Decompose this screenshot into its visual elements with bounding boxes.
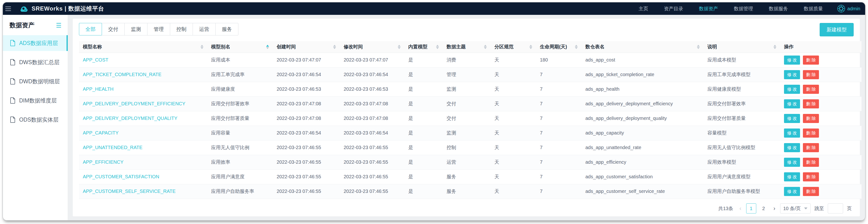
edit-button[interactable]: 修 改: [784, 187, 800, 196]
sort-icon[interactable]: [266, 45, 269, 49]
sort-icon[interactable]: [575, 45, 578, 49]
model-name-link[interactable]: APP_TICKET_COMPLETION_RATE: [83, 72, 161, 77]
cell-modified: 2022-03-23 07:46:55: [340, 140, 404, 155]
column-header-数仓表名[interactable]: 数仓表名: [582, 41, 704, 53]
topnav-item-数据资产[interactable]: 数据资产: [699, 5, 718, 12]
cell-alias: 应用容量: [207, 126, 273, 140]
hamburger-menu-icon[interactable]: [5, 6, 13, 11]
cell-description: 应用工单完成率模型: [704, 67, 780, 82]
sort-icon[interactable]: [484, 45, 487, 49]
delete-button[interactable]: 删 除: [803, 114, 819, 123]
model-name-link[interactable]: APP_CUSTOMER_SATISFACTION: [83, 174, 159, 179]
column-header-生命周期(天)[interactable]: 生命周期(天): [536, 41, 582, 53]
edit-button[interactable]: 修 改: [784, 114, 800, 123]
column-header-说明[interactable]: 说明: [704, 41, 780, 53]
delete-button[interactable]: 删 除: [803, 70, 819, 79]
cell-partition: 天: [491, 53, 536, 67]
sidebar-item-DWS数据汇总层[interactable]: DWS数据汇总层: [3, 54, 68, 70]
cell-partition: 天: [491, 184, 536, 199]
pagination-page-2[interactable]: 2: [758, 203, 769, 214]
pagination: 共13条 ‹ 12 › 10 条/页 跳至 页: [79, 203, 854, 214]
column-header-内置模型[interactable]: 内置模型: [404, 41, 443, 53]
page-size-select[interactable]: 10 条/页: [780, 203, 811, 214]
cell-name: APP_CUSTOMER_SATISFACTION: [79, 169, 207, 184]
cell-description: 应用效率模型: [704, 155, 780, 169]
sort-icon[interactable]: [529, 45, 532, 49]
tab-全部[interactable]: 全部: [79, 23, 102, 35]
model-name-link[interactable]: APP_CAPACITY: [83, 130, 119, 135]
sort-icon[interactable]: [398, 45, 401, 49]
edit-button[interactable]: 修 改: [784, 172, 800, 182]
sidebar-item-ODS数据实体层[interactable]: ODS数据实体层: [3, 112, 68, 128]
edit-button[interactable]: 修 改: [784, 129, 800, 138]
model-name-link[interactable]: APP_UNATTENDED_RATE: [83, 145, 143, 150]
cell-created: 2022-03-23 07:46:54: [273, 126, 340, 140]
cell-name: APP_COST: [79, 53, 207, 67]
cell-modified: 2022-03-23 07:46:53: [340, 82, 404, 96]
delete-button[interactable]: 删 除: [803, 187, 819, 196]
edit-button[interactable]: 修 改: [784, 143, 800, 152]
pagination-page-1[interactable]: 1: [746, 203, 756, 214]
sort-icon[interactable]: [333, 45, 336, 49]
tab-控制[interactable]: 控制: [170, 23, 193, 35]
cell-created: 2022-03-23 07:47:08: [273, 96, 340, 111]
model-name-link[interactable]: APP_CUSTOMER_SELF_SERVICE_RATE: [83, 189, 176, 194]
edit-button[interactable]: 修 改: [784, 85, 800, 94]
column-header-修改时间[interactable]: 修改时间: [340, 41, 404, 53]
cell-domain: 交付: [443, 111, 491, 126]
sidebar-item-DWD数据明细层[interactable]: DWD数据明细层: [3, 73, 68, 89]
column-header-分区规范[interactable]: 分区规范: [491, 41, 536, 53]
delete-button[interactable]: 删 除: [803, 99, 819, 108]
cell-table_name: ads_app_efficiency: [582, 155, 704, 169]
cell-table_name: ads_app_ticket_completion_rate: [582, 67, 704, 82]
tab-监测[interactable]: 监测: [124, 23, 148, 35]
cell-domain: 交付: [443, 96, 491, 111]
column-header-模型名称[interactable]: 模型名称: [79, 41, 207, 53]
topnav-item-数据管理[interactable]: 数据管理: [734, 5, 753, 12]
edit-button[interactable]: 修 改: [784, 99, 800, 108]
model-name-link[interactable]: APP_EFFICIENCY: [83, 159, 123, 165]
sort-icon[interactable]: [200, 45, 204, 49]
cell-partition: 天: [491, 96, 536, 111]
column-header-数据主题[interactable]: 数据主题: [443, 41, 491, 53]
column-header-模型别名[interactable]: 模型别名: [207, 41, 273, 53]
jump-page-input[interactable]: [828, 203, 843, 214]
sidebar-item-ADS数据应用层[interactable]: ADS数据应用层: [3, 35, 68, 51]
pagination-prev-button[interactable]: ‹: [739, 205, 742, 212]
tab-运营[interactable]: 运营: [193, 23, 216, 35]
tab-交付[interactable]: 交付: [102, 23, 125, 35]
topnav-item-资产目录[interactable]: 资产目录: [664, 5, 683, 12]
cell-actions: 修 改删 除: [780, 53, 862, 67]
tab-服务[interactable]: 服务: [215, 23, 238, 35]
model-name-link[interactable]: APP_COST: [83, 57, 108, 62]
delete-button[interactable]: 删 除: [803, 56, 819, 65]
delete-button[interactable]: 删 除: [803, 85, 819, 94]
topnav-item-数据服务[interactable]: 数据服务: [769, 5, 788, 12]
edit-button[interactable]: 修 改: [784, 158, 800, 167]
cell-partition: 天: [491, 67, 536, 82]
pagination-next-button[interactable]: ›: [773, 205, 776, 212]
delete-button[interactable]: 删 除: [803, 172, 819, 182]
delete-button[interactable]: 删 除: [803, 129, 819, 138]
sort-icon[interactable]: [697, 45, 700, 49]
user-menu[interactable]: admin: [837, 5, 860, 12]
model-name-link[interactable]: APP_DELIVERY_DEPLOYMENT_EFFICIENCY: [83, 101, 185, 106]
model-name-link[interactable]: APP_HEALTH: [83, 86, 114, 92]
delete-button[interactable]: 删 除: [803, 158, 819, 167]
delete-button[interactable]: 删 除: [803, 143, 819, 152]
topnav-item-数据质量[interactable]: 数据质量: [804, 5, 823, 12]
sidebar-item-DIM数据维度层[interactable]: DIM数据维度层: [3, 93, 68, 108]
edit-button[interactable]: 修 改: [784, 56, 800, 65]
edit-button[interactable]: 修 改: [784, 70, 800, 79]
username: admin: [847, 6, 860, 11]
topnav-item-主页[interactable]: 主页: [639, 5, 648, 12]
sort-icon[interactable]: [773, 45, 776, 49]
sort-icon[interactable]: [436, 45, 439, 49]
model-name-link[interactable]: APP_DELIVERY_DEPLOYMENT_QUALITY: [83, 116, 177, 121]
cell-partition: 天: [491, 111, 536, 126]
sidebar-collapse-icon[interactable]: ☰: [56, 22, 62, 29]
column-header-创建时间[interactable]: 创建时间: [273, 41, 340, 53]
create-model-button[interactable]: 新建模型: [820, 23, 854, 36]
sidebar-item-label: DWD数据明细层: [19, 78, 60, 85]
tab-管理[interactable]: 管理: [147, 23, 170, 35]
